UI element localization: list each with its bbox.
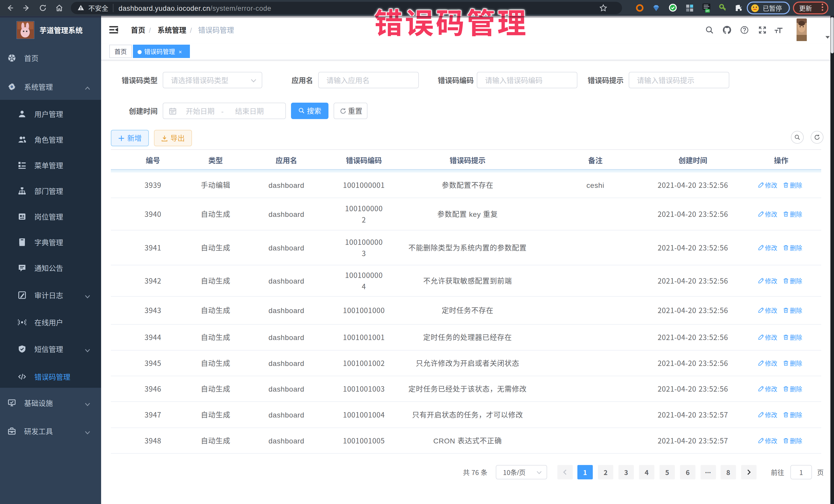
svg-text:on: on — [706, 9, 709, 13]
